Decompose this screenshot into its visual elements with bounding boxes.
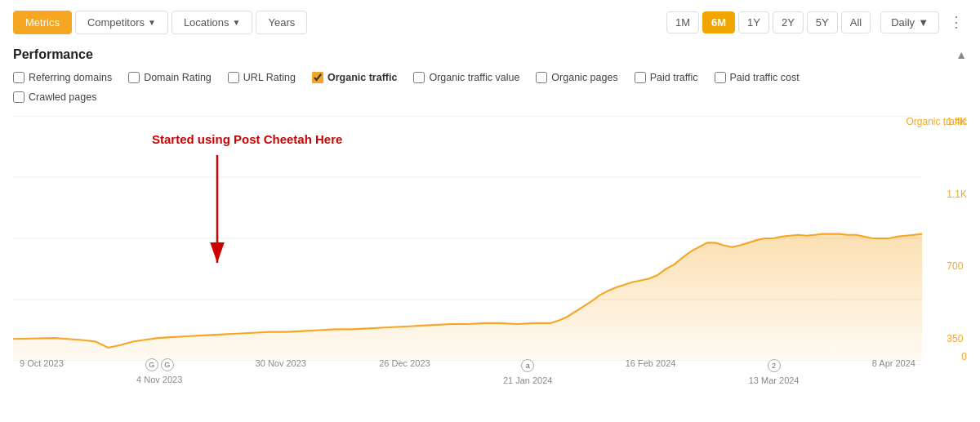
checkbox-domain-rating[interactable]: Domain Rating	[128, 72, 212, 83]
paid-traffic-cost-label: Paid traffic cost	[730, 72, 800, 83]
checkbox-organic-traffic-input[interactable]	[312, 72, 323, 83]
x-label-feb: 16 Feb 2024	[626, 358, 676, 368]
time-6m[interactable]: 6M	[702, 11, 735, 33]
x-axis-labels: 9 Oct 2023 G G 4 Nov 2023 30 Nov 2023 26…	[13, 358, 922, 385]
x-label-apr: 8 Apr 2024	[872, 358, 915, 368]
x-label-nov30: 30 Nov 2023	[256, 358, 306, 368]
google-icon-2: G	[161, 358, 174, 371]
y-label-1.1k: 1.1K	[947, 189, 967, 200]
checkbox-organic-traffic-value-input[interactable]	[413, 72, 425, 83]
checkbox-paid-traffic-input[interactable]	[635, 72, 646, 83]
checkbox-crawled-pages[interactable]: Crawled pages	[13, 91, 96, 103]
checkbox-paid-traffic[interactable]: Paid traffic	[635, 72, 698, 83]
checkbox-url-rating[interactable]: URL Rating	[228, 72, 296, 83]
domain-rating-label: Domain Rating	[144, 72, 212, 83]
time-1m[interactable]: 1M	[666, 11, 699, 33]
y-label-0-container: 0	[961, 350, 967, 362]
y-axis-labels: 1.4K 1.1K 700 350	[947, 116, 967, 346]
performance-header: Performance ▲	[13, 47, 967, 62]
toolbar: Metrics Competitors ▼ Locations ▼ Years …	[13, 10, 967, 34]
checkbox-organic-traffic-value[interactable]: Organic traffic value	[413, 72, 519, 83]
daily-caret: ▼	[918, 16, 929, 29]
competitors-caret: ▼	[148, 18, 156, 27]
checkbox-paid-traffic-cost[interactable]: Paid traffic cost	[715, 72, 800, 83]
toolbar-left: Metrics Competitors ▼ Locations ▼ Years	[13, 11, 307, 34]
competitors-tab[interactable]: Competitors ▼	[75, 11, 168, 34]
y-label-700: 700	[947, 260, 967, 272]
chart-area: Organic traffic	[13, 116, 967, 385]
checkbox-organic-traffic[interactable]: Organic traffic	[312, 72, 397, 83]
checkbox-organic-pages-input[interactable]	[536, 72, 547, 83]
annotation-arrow	[201, 132, 307, 279]
chart-fill	[13, 234, 922, 361]
x-label-dec: 26 Dec 2023	[379, 358, 430, 368]
google-icon-1: G	[145, 358, 158, 371]
referring-domains-label: Referring domains	[29, 72, 112, 83]
crawled-pages-label: Crawled pages	[29, 91, 96, 103]
checkbox-referring-domains-input[interactable]	[13, 72, 24, 83]
locations-tab[interactable]: Locations ▼	[172, 11, 253, 34]
main-container: Metrics Competitors ▼ Locations ▼ Years …	[0, 0, 980, 422]
checkbox-referring-domains[interactable]: Referring domains	[13, 72, 112, 83]
x-label-jan: 21 Jan 2024	[503, 375, 553, 385]
checkbox-row-2: Crawled pages	[13, 91, 967, 108]
locations-caret: ▼	[233, 18, 241, 27]
url-rating-label: URL Rating	[243, 72, 296, 83]
checkbox-organic-pages[interactable]: Organic pages	[536, 72, 617, 83]
metrics-tab[interactable]: Metrics	[13, 11, 72, 34]
paid-traffic-label: Paid traffic	[650, 72, 698, 83]
y-label-350: 350	[947, 333, 967, 344]
y-label-0: 0	[961, 351, 967, 362]
organic-traffic-label: Organic traffic	[327, 72, 397, 83]
checkbox-paid-traffic-cost-input[interactable]	[715, 72, 726, 83]
toolbar-right: 1M 6M 1Y 2Y 5Y All Daily ▼ ⋮	[666, 10, 967, 34]
annotation: Started using Post Cheetah Here	[152, 132, 342, 149]
performance-title: Performance	[13, 47, 93, 62]
checkbox-domain-rating-input[interactable]	[128, 72, 140, 83]
more-options-icon[interactable]: ⋮	[946, 10, 967, 34]
time-1y[interactable]: 1Y	[738, 11, 769, 33]
years-tab[interactable]: Years	[256, 11, 307, 34]
checkbox-crawled-pages-input[interactable]	[13, 91, 24, 103]
x-label-nov4: 4 Nov 2023	[136, 375, 182, 384]
y-label-1.4k: 1.4K	[947, 116, 967, 127]
daily-dropdown[interactable]: Daily ▼	[880, 11, 939, 33]
organic-traffic-value-label: Organic traffic value	[429, 72, 519, 83]
num2-icon: 2	[768, 359, 781, 372]
x-label-oct: 9 Oct 2023	[20, 358, 64, 368]
x-label-mar: 13 Mar 2024	[749, 375, 800, 385]
chart-svg	[13, 116, 922, 361]
checkbox-url-rating-input[interactable]	[228, 72, 239, 83]
chart-svg-container	[13, 116, 922, 361]
time-5y[interactable]: 5Y	[807, 11, 838, 33]
time-2y[interactable]: 2Y	[773, 11, 804, 33]
checkbox-row-1: Referring domains Domain Rating URL Rati…	[13, 72, 967, 88]
organic-pages-label: Organic pages	[551, 72, 617, 83]
a-icon: a	[521, 359, 534, 372]
time-all[interactable]: All	[841, 11, 871, 33]
collapse-icon[interactable]: ▲	[956, 48, 967, 61]
